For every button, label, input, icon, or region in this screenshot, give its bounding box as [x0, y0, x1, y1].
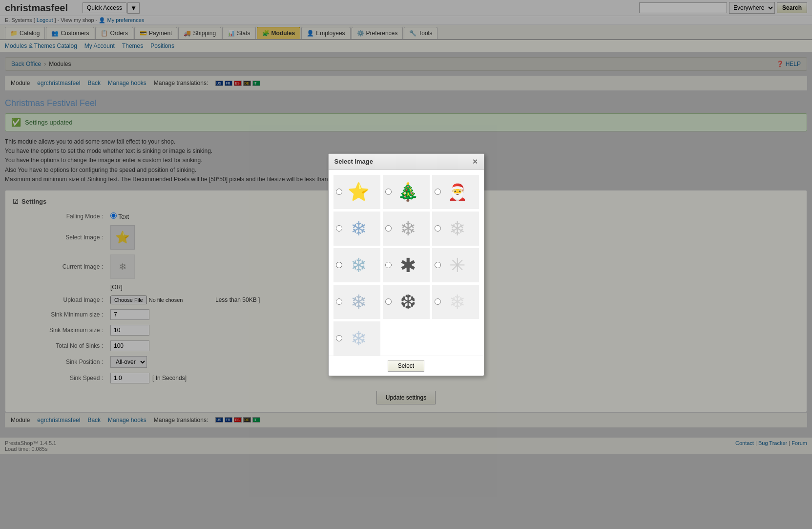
- image-radio-11[interactable]: [385, 298, 392, 305]
- image-cell-6[interactable]: ❄: [432, 212, 479, 246]
- image-radio-2[interactable]: [385, 189, 392, 195]
- modal-footer: Select: [329, 356, 484, 376]
- image-thumb-11: ❆: [394, 287, 423, 317]
- image-radio-10[interactable]: [336, 298, 342, 305]
- modal-close-button[interactable]: ✕: [472, 158, 478, 166]
- select-image-modal: Select Image ✕ ⭐ 🎄 🎅: [328, 153, 484, 376]
- image-thumb-10: ❄: [344, 287, 374, 317]
- image-thumb-13: ❄: [344, 324, 374, 353]
- image-thumb-9: ✳: [443, 251, 472, 280]
- image-radio-5[interactable]: [385, 225, 392, 232]
- image-thumb-2: 🎄: [394, 177, 423, 207]
- image-thumb-4: ❄: [344, 214, 374, 243]
- image-cell-13[interactable]: ❄: [333, 321, 380, 356]
- image-thumb-7: ❄: [344, 251, 374, 280]
- select-button[interactable]: Select: [388, 360, 424, 372]
- image-cell-1[interactable]: ⭐: [333, 175, 380, 209]
- modal-overlay[interactable]: Select Image ✕ ⭐ 🎄 🎅: [0, 0, 812, 454]
- image-radio-7[interactable]: [336, 262, 342, 268]
- image-cell-2[interactable]: 🎄: [383, 175, 430, 209]
- image-cell-12[interactable]: ❄: [432, 285, 479, 319]
- image-cell-8[interactable]: ✱: [383, 248, 430, 282]
- image-radio-3[interactable]: [435, 189, 441, 195]
- modal-header: Select Image ✕: [329, 154, 484, 170]
- image-cell-11[interactable]: ❆: [383, 285, 430, 319]
- image-thumb-5: ❄: [394, 214, 423, 243]
- image-radio-9[interactable]: [435, 262, 441, 268]
- modal-title: Select Image: [334, 158, 374, 165]
- image-cell-9[interactable]: ✳: [432, 248, 479, 282]
- image-cell-7[interactable]: ❄: [333, 248, 380, 282]
- image-cell-5[interactable]: ❄: [383, 212, 430, 246]
- image-radio-13[interactable]: [336, 335, 342, 341]
- image-cell-10[interactable]: ❄: [333, 285, 380, 319]
- image-radio-12[interactable]: [435, 298, 441, 305]
- image-thumb-3: 🎅: [443, 177, 472, 207]
- image-radio-8[interactable]: [385, 262, 392, 268]
- image-thumb-12: ❄: [443, 287, 472, 317]
- modal-body: ⭐ 🎄 🎅 ❄ ❄: [329, 170, 484, 356]
- image-thumb-1: ⭐: [344, 177, 374, 207]
- image-cell-3[interactable]: 🎅: [432, 175, 479, 209]
- image-thumb-6: ❄: [443, 214, 472, 243]
- image-radio-4[interactable]: [336, 225, 342, 232]
- image-grid: ⭐ 🎄 🎅 ❄ ❄: [333, 175, 479, 356]
- image-radio-6[interactable]: [435, 225, 441, 232]
- image-thumb-8: ✱: [394, 251, 423, 280]
- image-radio-1[interactable]: [336, 189, 342, 195]
- image-cell-4[interactable]: ❄: [333, 212, 380, 246]
